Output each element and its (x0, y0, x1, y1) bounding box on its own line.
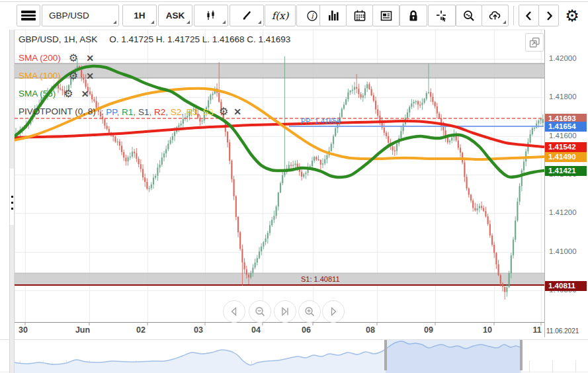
scroll-right-button[interactable] (538, 5, 559, 26)
top-divider (0, 1, 588, 2)
navigator-handle-left[interactable] (384, 340, 387, 370)
time-tick-label: 08 (356, 325, 385, 335)
go-to-latest-button[interactable] (274, 300, 296, 323)
zoom-out-button[interactable] (249, 300, 271, 323)
draw-tools-button[interactable] (230, 5, 264, 26)
calendar-icon (354, 10, 366, 22)
panel-splitter[interactable] (9, 30, 15, 373)
chevron-down-icon (222, 21, 226, 24)
price-tick-label: 1.42000 (549, 54, 577, 62)
symbol-label: GBP/USD (49, 11, 89, 21)
gear-icon[interactable]: ⚙ (69, 53, 78, 63)
pp-line-label: PP: 1.41654 (301, 117, 341, 125)
pivot-level-r3: R3 (187, 107, 198, 117)
volume-button[interactable] (319, 5, 347, 26)
pencil-icon (241, 10, 253, 21)
time-tick-label: Jun (68, 325, 97, 335)
sma200-price-badge: 1.41542 (545, 142, 587, 152)
pivot-pp-badge: 1.41654 (545, 122, 587, 132)
navigator-area (9, 341, 520, 373)
price-tick-label: 1.41200 (549, 208, 577, 216)
close-icon[interactable]: ✕ (233, 107, 241, 116)
navigator-handle-right[interactable] (520, 340, 523, 370)
s1-line-label: S1: 1.40811 (301, 275, 340, 283)
symbol-select[interactable]: GBP/USD (42, 5, 119, 26)
lock-icon (408, 10, 419, 22)
indicator-row-pivot: PIVOTPOINT (0, 8) : PP, R1, S1, R2, S2, … (19, 104, 290, 118)
chevron-right-icon (544, 11, 554, 21)
time-tick-label: 03 (184, 325, 213, 335)
pan-right-button[interactable] (322, 300, 345, 323)
separator: , (149, 107, 154, 117)
open-popup-button[interactable] (525, 33, 544, 52)
chevron-left-icon (525, 11, 534, 21)
price-tick-label: 1.41600 (549, 132, 577, 140)
zoom-in-button[interactable] (298, 300, 321, 323)
grip-dot (11, 202, 13, 204)
pivot-level-s3: S3 (203, 107, 214, 117)
chart-type-button[interactable] (194, 5, 228, 26)
timeframe-select[interactable]: 1H (122, 5, 157, 26)
price-type-select[interactable]: ASK (158, 5, 192, 26)
chevron-down-icon (258, 21, 261, 24)
splitter-handle[interactable] (10, 169, 14, 225)
legend-ohlc: O. 1.41725 H. 1.41725 L. 1.41668 C. 1.41… (109, 34, 290, 48)
navigator-line (9, 341, 520, 365)
pivot-level-s2: S2 (171, 107, 182, 117)
cloud-upload-icon (489, 10, 502, 21)
gear-icon[interactable]: ⚙ (219, 106, 228, 117)
magnifier-plus-icon (304, 306, 315, 317)
indicator-row-sma100: SMA (100) ⚙ ✕ (19, 69, 290, 83)
pivot-level-r1: R1 (122, 107, 133, 117)
separator: , (165, 107, 171, 117)
indicators-button[interactable]: f(x) (265, 5, 296, 26)
chevron-down-icon (503, 21, 506, 24)
separator: , (133, 107, 138, 117)
hamburger-icon (21, 9, 36, 22)
grip-dot (11, 208, 13, 210)
calendar-button[interactable] (346, 5, 373, 26)
time-axis[interactable]: 11.06.2021 30Jun0203040608091011 (0, 323, 588, 339)
gear-icon: ⚙ (565, 8, 579, 24)
pivot-level-pp: PP (106, 107, 116, 117)
navigator-selection[interactable] (386, 340, 521, 373)
price-axis[interactable]: 1.420001.418001.416001.414001.412001.410… (545, 30, 588, 337)
crosshair-button[interactable] (428, 5, 456, 26)
skip-to-end-icon (280, 306, 290, 317)
crosshair-icon (436, 10, 448, 22)
toolbar-separator (513, 6, 514, 25)
sma55-label: SMA (55) (19, 89, 56, 99)
menu-button[interactable] (17, 5, 40, 26)
news-button[interactable] (372, 5, 399, 26)
time-tick-label: 30 (9, 325, 38, 335)
pan-left-button[interactable] (223, 300, 245, 323)
time-tick-label: 10 (473, 325, 502, 335)
news-icon (380, 11, 392, 21)
time-tick-label: 11 (523, 325, 552, 335)
cloud-save-button[interactable] (482, 5, 509, 26)
close-icon[interactable]: ✕ (81, 89, 89, 99)
time-tick-label: 06 (292, 325, 321, 335)
s1-price-badge: 1.40811 (545, 281, 587, 291)
chevron-down-icon (113, 21, 116, 24)
sma200-label: SMA (200) (19, 53, 61, 63)
close-icon[interactable]: ✕ (86, 71, 94, 81)
zoom-data-button[interactable] (456, 5, 482, 26)
gear-icon[interactable]: ⚙ (69, 71, 78, 81)
indicator-row-sma200: SMA (200) ⚙ ✕ (19, 51, 290, 65)
bar-chart-icon (327, 10, 339, 21)
price-tick-label: 1.41000 (549, 247, 577, 255)
gear-icon[interactable]: ⚙ (63, 89, 73, 99)
ohlc-legend: GBP/USD, 1H, ASK O. 1.41725 H. 1.41725 L… (19, 34, 290, 48)
time-tick-label: 09 (414, 325, 443, 335)
grip-dot (11, 196, 13, 198)
scroll-left-button[interactable] (519, 5, 539, 26)
close-icon[interactable]: ✕ (86, 54, 94, 63)
sma100-price-badge: 1.41490 (545, 152, 587, 162)
settings-button[interactable]: ⚙ (562, 5, 583, 26)
lock-button[interactable] (399, 5, 427, 26)
chart-legend: GBP/USD, 1H, ASK O. 1.41725 H. 1.41725 L… (19, 34, 290, 122)
separator: , (198, 107, 203, 117)
arrow-right-icon (328, 306, 339, 317)
pivotpoint-label: PIVOTPOINT (0, 8) (19, 106, 96, 116)
